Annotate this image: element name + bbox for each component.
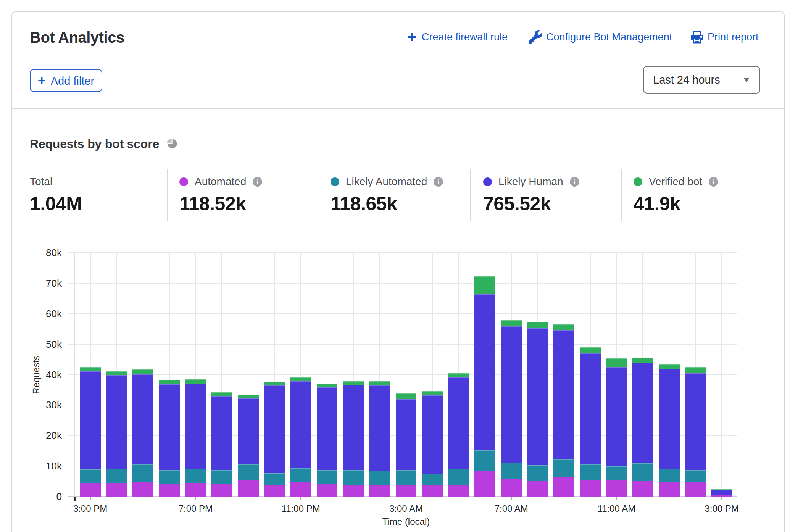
bar-segment-automated[interactable] (527, 481, 548, 497)
bar-segment-verified-bot[interactable] (711, 489, 732, 490)
bar-segment-likely-human[interactable] (369, 385, 390, 471)
bar-segment-likely-automated[interactable] (106, 469, 127, 483)
bar-segment-verified-bot[interactable] (343, 381, 364, 385)
bar-segment-likely-automated[interactable] (448, 469, 469, 485)
bar-segment-verified-bot[interactable] (290, 377, 311, 381)
bar-segment-automated[interactable] (211, 484, 232, 497)
bar-segment-likely-automated[interactable] (580, 464, 601, 480)
bar-segment-likely-automated[interactable] (659, 469, 680, 482)
bar-segment-likely-human[interactable] (290, 381, 311, 468)
bar-segment-likely-automated[interactable] (317, 470, 338, 484)
bar-segment-automated[interactable] (159, 484, 180, 497)
bar-segment-verified-bot[interactable] (685, 367, 706, 373)
bar-segment-automated[interactable] (685, 482, 706, 497)
bar-segment-likely-human[interactable] (606, 367, 627, 466)
bar-segment-verified-bot[interactable] (448, 373, 469, 377)
bar-segment-automated[interactable] (501, 479, 522, 497)
bar-segment-verified-bot[interactable] (580, 347, 601, 353)
bar-segment-likely-human[interactable] (106, 375, 127, 469)
bar-segment-verified-bot[interactable] (317, 384, 338, 387)
bar-segment-automated[interactable] (185, 483, 206, 497)
bar-segment-automated[interactable] (238, 480, 259, 497)
bar-segment-likely-automated[interactable] (501, 463, 522, 480)
bar-segment-likely-human[interactable] (448, 377, 469, 469)
bar-segment-verified-bot[interactable] (185, 379, 206, 384)
bar-segment-automated[interactable] (580, 480, 601, 497)
bar-segment-verified-bot[interactable] (527, 322, 548, 328)
bar-segment-verified-bot[interactable] (632, 358, 653, 363)
bar-segment-verified-bot[interactable] (369, 381, 390, 385)
bar-segment-verified-bot[interactable] (659, 364, 680, 369)
bar-segment-likely-human[interactable] (396, 399, 417, 469)
bar-segment-likely-human[interactable] (211, 396, 232, 470)
bar-segment-likely-automated[interactable] (422, 474, 443, 485)
bar-segment-automated[interactable] (343, 485, 364, 497)
bar-segment-verified-bot[interactable] (238, 395, 259, 398)
bar-segment-likely-automated[interactable] (606, 466, 627, 480)
bar-segment-likely-automated[interactable] (685, 470, 706, 483)
bar-segment-automated[interactable] (396, 485, 417, 497)
bar-segment-likely-automated[interactable] (711, 495, 732, 495)
bar-segment-likely-automated[interactable] (290, 468, 311, 482)
bar-segment-likely-human[interactable] (159, 384, 180, 470)
bar-segment-verified-bot[interactable] (396, 393, 417, 399)
bar-segment-likely-automated[interactable] (264, 473, 285, 486)
bar-segment-automated[interactable] (290, 482, 311, 497)
bar-segment-likely-human[interactable] (553, 330, 574, 459)
bar-segment-automated[interactable] (106, 483, 127, 497)
bar-segment-likely-human[interactable] (317, 387, 338, 470)
bar-segment-likely-human[interactable] (711, 490, 732, 495)
bar-segment-likely-automated[interactable] (211, 470, 232, 484)
bar-segment-likely-human[interactable] (632, 363, 653, 463)
bar-segment-automated[interactable] (132, 482, 153, 497)
bar-segment-verified-bot[interactable] (606, 358, 627, 367)
bar-segment-likely-human[interactable] (501, 326, 522, 462)
bar-segment-automated[interactable] (448, 485, 469, 497)
bar-segment-likely-human[interactable] (685, 373, 706, 470)
bar-segment-likely-automated[interactable] (343, 470, 364, 485)
bar-segment-likely-human[interactable] (264, 385, 285, 472)
bar-segment-likely-human[interactable] (580, 353, 601, 464)
bar-segment-likely-automated[interactable] (132, 464, 153, 482)
bar-segment-likely-automated[interactable] (527, 465, 548, 481)
bar-segment-likely-automated[interactable] (553, 459, 574, 478)
bar-segment-automated[interactable] (659, 482, 680, 497)
bar-segment-likely-automated[interactable] (238, 464, 259, 480)
bar-segment-likely-human[interactable] (474, 294, 495, 450)
bar-segment-verified-bot[interactable] (264, 382, 285, 385)
bar-segment-automated[interactable] (80, 483, 101, 497)
bar-segment-verified-bot[interactable] (80, 367, 101, 371)
bar-segment-likely-human[interactable] (185, 384, 206, 469)
bar-segment-verified-bot[interactable] (422, 391, 443, 395)
bar-segment-verified-bot[interactable] (501, 320, 522, 326)
bar-segment-likely-automated[interactable] (632, 463, 653, 481)
bar-segment-verified-bot[interactable] (132, 369, 153, 374)
bar-segment-likely-human[interactable] (343, 385, 364, 470)
bar-segment-likely-automated[interactable] (80, 469, 101, 483)
bar-segment-likely-human[interactable] (527, 328, 548, 465)
bar-segment-verified-bot[interactable] (159, 380, 180, 384)
bar-segment-likely-human[interactable] (422, 395, 443, 474)
bar-segment-likely-human[interactable] (132, 374, 153, 464)
bar-segment-automated[interactable] (711, 495, 732, 497)
bar-segment-automated[interactable] (606, 480, 627, 497)
bar-segment-automated[interactable] (264, 485, 285, 497)
bar-segment-verified-bot[interactable] (211, 392, 232, 396)
bar-segment-likely-human[interactable] (238, 398, 259, 464)
bar-segment-likely-automated[interactable] (396, 470, 417, 485)
bar-segment-automated[interactable] (422, 485, 443, 497)
bar-segment-likely-human[interactable] (659, 369, 680, 469)
bar-segment-likely-automated[interactable] (185, 469, 206, 483)
bar-segment-likely-automated[interactable] (369, 471, 390, 485)
bar-segment-likely-automated[interactable] (159, 470, 180, 484)
bar-segment-automated[interactable] (317, 484, 338, 497)
bar-segment-verified-bot[interactable] (474, 276, 495, 294)
bar-segment-automated[interactable] (474, 471, 495, 497)
bar-segment-likely-human[interactable] (80, 371, 101, 469)
bar-segment-likely-automated[interactable] (474, 450, 495, 471)
bar-segment-automated[interactable] (369, 485, 390, 497)
bar-segment-verified-bot[interactable] (106, 371, 127, 375)
bar-segment-automated[interactable] (632, 481, 653, 497)
bar-segment-verified-bot[interactable] (553, 324, 574, 330)
bar-segment-automated[interactable] (553, 477, 574, 497)
